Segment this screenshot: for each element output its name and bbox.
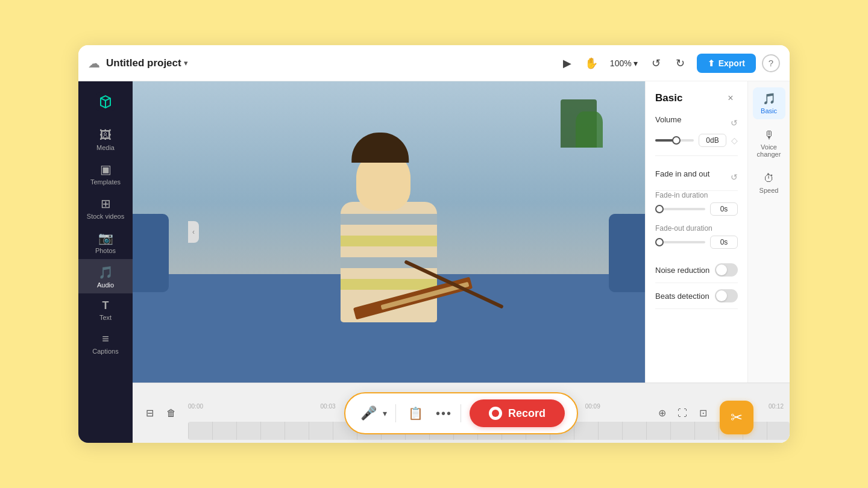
fade-in-label: Fade-in duration bbox=[655, 191, 738, 199]
sidebar: 🖼 Media ▣ Templates ⊞ Stock videos 📷 Pho… bbox=[78, 81, 133, 443]
project-name-area[interactable]: Untitled project ▾ bbox=[106, 57, 188, 69]
help-button[interactable]: ? bbox=[762, 54, 780, 72]
noise-reduction-toggle[interactable] bbox=[715, 263, 738, 277]
ts-4: 00:12 bbox=[769, 403, 784, 410]
app-window: ☁ Untitled project ▾ ▶ ✋ 100% ▾ ↺ ↻ ⬆ Ex… bbox=[78, 45, 790, 443]
sidebar-item-captions[interactable]: ≡ Captions bbox=[78, 326, 133, 360]
ellipsis-icon: ••• bbox=[436, 407, 452, 421]
sidebar-item-photos[interactable]: 📷 Photos bbox=[78, 225, 133, 259]
text-icon: T bbox=[102, 299, 109, 312]
volume-reset-icon[interactable]: ↺ bbox=[731, 118, 738, 128]
record-label: Record bbox=[508, 407, 546, 420]
export-label: Export bbox=[719, 58, 745, 68]
panel-content: Basic × Volume ↺ bbox=[646, 81, 747, 383]
volume-slider-track[interactable] bbox=[655, 139, 694, 142]
sidebar-label-captions: Captions bbox=[92, 348, 118, 355]
fade-out-slider[interactable] bbox=[655, 241, 705, 243]
main-area: 🖼 Media ▣ Templates ⊞ Stock videos 📷 Pho… bbox=[78, 81, 790, 443]
basic-tab-icon: 🎵 bbox=[763, 92, 776, 105]
project-chevron-icon: ▾ bbox=[184, 58, 188, 67]
panel-close-button[interactable]: × bbox=[723, 91, 738, 105]
split-button[interactable]: ⊟ bbox=[141, 405, 158, 422]
sidebar-label-audio: Audio bbox=[97, 281, 114, 289]
ts-3: 00:09 bbox=[585, 403, 600, 410]
panel-tabs: 🎵 Basic 🎙 Voice changer ⏱ Speed bbox=[747, 81, 790, 383]
settings-button[interactable]: ⊡ bbox=[694, 405, 711, 422]
sidebar-label-media: Media bbox=[96, 144, 115, 151]
sidebar-item-audio[interactable]: 🎵 Audio bbox=[78, 259, 133, 293]
ts-1: 00:03 bbox=[321, 403, 336, 410]
app-logo bbox=[91, 87, 120, 116]
video-preview bbox=[133, 81, 645, 383]
speed-label: Speed bbox=[760, 187, 779, 194]
record-button[interactable]: Record bbox=[470, 399, 565, 427]
delete-button[interactable]: 🗑 bbox=[163, 405, 180, 422]
video-and-panel: ‹ bbox=[133, 81, 790, 383]
tab-voice-changer[interactable]: 🎙 Voice changer bbox=[753, 124, 785, 163]
volume-label: Volume bbox=[655, 115, 681, 124]
sidebar-item-media[interactable]: 🖼 Media bbox=[78, 122, 133, 156]
add-track-button[interactable]: ⊕ bbox=[653, 405, 670, 422]
export-icon: ⬆ bbox=[708, 58, 715, 68]
sidebar-item-templates[interactable]: ▣ Templates bbox=[78, 156, 133, 190]
record-toolbar: 🎤 ▾ 📋 ••• bbox=[344, 392, 578, 434]
volume-slider-thumb[interactable] bbox=[672, 136, 681, 145]
collapse-sidebar-button[interactable]: ‹ bbox=[188, 221, 199, 243]
redo-button[interactable]: ↻ bbox=[670, 53, 691, 74]
mic-dropdown-button[interactable]: ▾ bbox=[383, 408, 387, 418]
record-dot-icon bbox=[492, 410, 499, 417]
fade-out-value: 0s bbox=[710, 236, 738, 249]
toolbar-right-icons: ⊕ ⛶ ⊡ bbox=[653, 405, 711, 422]
timeline-tools: ⊟ 🗑 bbox=[133, 405, 188, 422]
voice-changer-label: Voice changer bbox=[755, 143, 783, 158]
tab-basic[interactable]: 🎵 Basic bbox=[753, 87, 785, 119]
cut-button[interactable]: ✂ bbox=[720, 401, 753, 434]
content-area: ‹ bbox=[133, 81, 790, 443]
question-icon: ? bbox=[769, 58, 773, 68]
speed-icon: ⏱ bbox=[764, 172, 775, 185]
select-tool-button[interactable]: ▶ bbox=[557, 53, 577, 74]
separator-1 bbox=[395, 404, 396, 422]
zoom-control[interactable]: 100% ▾ bbox=[605, 56, 643, 70]
fullscreen-button[interactable]: ⛶ bbox=[674, 405, 691, 422]
zoom-level: 100% bbox=[610, 58, 632, 68]
close-icon: × bbox=[728, 93, 733, 104]
sidebar-label-templates: Templates bbox=[90, 178, 121, 186]
cloud-icon: ☁ bbox=[88, 56, 100, 70]
captions-icon: ≡ bbox=[102, 332, 109, 346]
beats-detection-row: Beats detection bbox=[655, 283, 738, 309]
audio-icon: 🎵 bbox=[98, 265, 113, 280]
export-button[interactable]: ⬆ Export bbox=[697, 54, 756, 73]
notes-icon: 📋 bbox=[408, 406, 423, 421]
top-bar: ☁ Untitled project ▾ ▶ ✋ 100% ▾ ↺ ↻ ⬆ Ex… bbox=[78, 45, 790, 81]
voice-changer-icon: 🎙 bbox=[764, 129, 775, 142]
sidebar-item-stock-videos[interactable]: ⊞ Stock videos bbox=[78, 190, 133, 225]
project-name: Untitled project bbox=[106, 57, 181, 69]
fade-section-header: Fade in and out ↺ bbox=[655, 163, 738, 191]
noise-reduction-label: Noise reduction bbox=[655, 266, 709, 275]
photos-icon: 📷 bbox=[98, 231, 113, 245]
tab-speed[interactable]: ⏱ Speed bbox=[753, 167, 785, 199]
more-options-button[interactable]: ••• bbox=[436, 407, 452, 421]
sidebar-item-text[interactable]: T Text bbox=[78, 293, 133, 326]
right-panel-inner: Basic × Volume ↺ bbox=[646, 81, 790, 383]
noise-reduction-row: Noise reduction bbox=[655, 257, 738, 283]
undo-button[interactable]: ↺ bbox=[646, 53, 667, 74]
keyframe-icon[interactable]: ◇ bbox=[731, 136, 738, 145]
toolbar-icons: ▶ ✋ 100% ▾ ↺ ↻ bbox=[557, 53, 691, 74]
bottom-toolbar: ⊟ 🗑 00:00 00:03 00:06 00:09 00:12 ⊕ bbox=[133, 383, 790, 443]
microphone-button[interactable]: 🎤 bbox=[357, 402, 380, 425]
fade-label: Fade in and out bbox=[655, 169, 709, 178]
record-circle-icon bbox=[489, 407, 502, 420]
volume-value: 0dB bbox=[699, 134, 726, 147]
beats-detection-toggle[interactable] bbox=[715, 289, 738, 302]
media-icon: 🖼 bbox=[99, 128, 112, 142]
fade-out-thumb[interactable] bbox=[655, 238, 664, 246]
fade-reset-icon[interactable]: ↺ bbox=[731, 172, 738, 182]
noise-reduction-knob bbox=[716, 264, 727, 275]
fade-in-slider[interactable] bbox=[655, 208, 705, 210]
fade-in-thumb[interactable] bbox=[655, 205, 664, 213]
fade-in-value: 0s bbox=[710, 202, 738, 216]
notes-button[interactable]: 📋 bbox=[404, 402, 427, 425]
hand-tool-button[interactable]: ✋ bbox=[581, 53, 602, 74]
